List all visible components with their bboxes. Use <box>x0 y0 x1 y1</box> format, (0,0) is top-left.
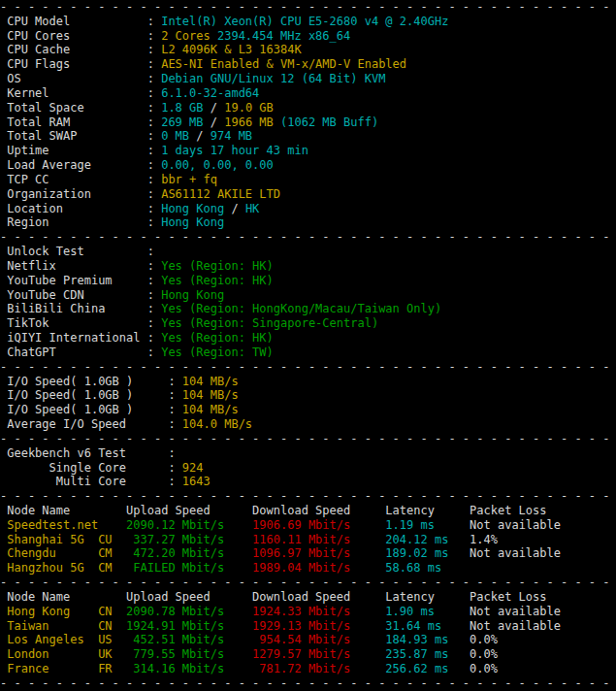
text-run: Shanghai 5G CU <box>0 533 113 546</box>
terminal-line: Hong Kong CN 2090.78 Mbit/s 1924.33 Mbit… <box>0 605 616 619</box>
text-run: / <box>231 202 244 215</box>
text-run: 1906.69 Mbit/s <box>224 518 350 532</box>
text-run: TikTok : <box>0 316 161 330</box>
terminal-line: Total Space : 1.8 GB / 19.0 GB <box>0 101 616 115</box>
terminal-line: - - - - - - - - - - - - - - - - - - - - … <box>0 360 616 375</box>
terminal-line: Total SWAP : 0 MB / 974 MB <box>0 129 616 144</box>
text-run: Hong Kong <box>161 202 231 215</box>
text-run: 1929.13 Mbit/s <box>224 619 350 633</box>
text-run: Hong Kong CN <box>0 605 113 618</box>
terminal-line: Los Angeles US 452.51 Mbit/s 954.54 Mbit… <box>0 633 616 647</box>
text-run: AS61112 AKILE LTD <box>161 187 280 201</box>
text-run: 104.0 MB/s <box>182 417 252 431</box>
terminal-line: YouTube CDN : Hong Kong <box>0 288 616 303</box>
terminal-line: CPU Flags : AES-NI Enabled & VM-x/AMD-V … <box>0 57 616 72</box>
terminal-line: TikTok : Yes (Region: Singapore-Central) <box>0 316 616 331</box>
text-run: 1160.11 Mbit/s <box>224 533 350 546</box>
text-run: 314.16 Mbit/s <box>113 662 225 675</box>
terminal-line: Netflix : Yes (Region: HK) <box>0 259 616 274</box>
terminal-line: Total RAM : 269 MB / 1966 MB (1062 MB Bu… <box>0 115 616 130</box>
text-run: / <box>196 129 210 143</box>
text-run: Node Name Upload Speed Download Speed La… <box>0 504 547 517</box>
text-run: Not available <box>448 546 561 560</box>
text-run: YouTube CDN : <box>0 288 161 302</box>
text-run: CPU Cache : <box>0 43 161 56</box>
text-run: 0.0% <box>448 633 498 646</box>
text-run: 472.20 Mbit/s <box>113 546 225 560</box>
text-run: Unlock Test : <box>0 245 161 258</box>
terminal-line: TCP CC : bbr + fq <box>0 173 616 187</box>
text-run: CPU Model : <box>0 15 161 28</box>
text-run: / <box>211 115 224 129</box>
text-run: Total Space : <box>0 101 161 115</box>
text-run: I/O Speed( 1.0GB ) : <box>0 375 182 388</box>
text-run: Hong Kong <box>161 215 224 229</box>
text-run: Speedtest.net <box>0 518 98 532</box>
terminal-window: - - - - - - - - - - - - - - - - - - - - … <box>0 0 616 691</box>
terminal-line: Unlock Test : <box>0 245 616 259</box>
text-run: 0 MB <box>161 129 196 143</box>
text-run: 974 MB <box>211 129 252 143</box>
text-run: 0.0% <box>448 662 498 675</box>
text-run: YouTube Premium : <box>0 274 161 287</box>
text-run: Hong Kong <box>161 288 224 302</box>
text-run: I/O Speed( 1.0GB ) : <box>0 403 182 416</box>
text-run: 104 MB/s <box>182 388 239 402</box>
terminal-line: Kernel : 6.1.0-32-amd64 <box>0 86 616 101</box>
text-run: 1.90 ms <box>350 605 435 618</box>
text-run: iQIYI International : <box>0 331 161 345</box>
terminal-line: I/O Speed( 1.0GB ) : 104 MB/s <box>0 403 616 417</box>
text-run: AES-NI Enabled & VM-x/AMD-V Enabled <box>161 57 406 71</box>
text-run: Not available <box>441 619 561 633</box>
text-run: Average I/O Speed : <box>0 417 182 431</box>
text-run: Hangzhou 5G CM <box>0 561 113 575</box>
text-run: FAILED Mbit/s <box>113 561 225 575</box>
terminal-line: Chengdu CM 472.20 Mbit/s 1096.97 Mbit/s … <box>0 546 616 561</box>
text-run: Yes (Region: HongKong/Macau/Taiwan Only) <box>161 302 441 315</box>
text-run: - - - - - - - - - - - - - - - - - - - - … <box>0 432 616 445</box>
text-run: 1989.04 Mbit/s <box>224 561 350 575</box>
terminal-line: Single Core : 924 <box>0 461 616 476</box>
terminal-line: Speedtest.net 2090.12 Mbit/s 1906.69 Mbi… <box>0 518 616 533</box>
text-run: CPU Cores : <box>0 29 161 43</box>
terminal-line: Geekbench v6 Test : <box>0 446 616 461</box>
text-run: 1924.91 Mbit/s <box>113 619 225 633</box>
terminal-line: - - - - - - - - - - - - - - - - - - - - … <box>0 230 616 245</box>
text-run: Region : <box>0 215 161 229</box>
text-run: OS : <box>0 72 161 85</box>
text-run: Geekbench v6 Test : <box>0 446 182 460</box>
text-run: Los Angeles US <box>0 633 113 646</box>
text-run: 1643 <box>182 475 211 488</box>
text-run: bbr + fq <box>161 173 217 186</box>
terminal-line: YouTube Premium : Yes (Region: HK) <box>0 274 616 288</box>
text-run: Total RAM : <box>0 115 161 129</box>
text-run: Yes (Region: HK) <box>161 259 274 273</box>
text-run: 2090.12 Mbit/s <box>98 518 224 532</box>
terminal-line: Organization : AS61112 AKILE LTD <box>0 187 616 202</box>
text-run: 924 <box>182 461 204 475</box>
text-run: 779.55 Mbit/s <box>113 647 225 661</box>
terminal-line: iQIYI International : Yes (Region: HK) <box>0 331 616 346</box>
text-run: 1.8 GB <box>161 101 211 115</box>
text-run: Yes (Region: Singapore-Central) <box>161 316 378 330</box>
text-run: Yes (Region: HK) <box>161 274 274 287</box>
text-run: 1.19 ms <box>350 518 435 532</box>
terminal-line: - - - - - - - - - - - - - - - - - - - - … <box>0 0 616 15</box>
text-run: Load Average : <box>0 158 161 172</box>
text-run: 0.0% <box>448 647 498 661</box>
terminal-line: Region : Hong Kong <box>0 215 616 230</box>
text-run: / <box>211 101 224 115</box>
text-run: 189.02 ms <box>350 546 448 560</box>
text-run: L2 4096K & L3 16384K <box>161 43 302 56</box>
text-run: 954.54 Mbit/s <box>224 633 350 646</box>
text-run: 31.64 ms <box>350 619 441 633</box>
text-run: Organization : <box>0 187 161 201</box>
text-run: - - - - - - - - - - - - - - - - - - - - … <box>0 0 616 14</box>
terminal-line: Average I/O Speed : 104.0 MB/s <box>0 417 616 432</box>
text-run: Location : <box>0 202 161 215</box>
text-run: London UK <box>0 647 113 661</box>
terminal-line: Multi Core : 1643 <box>0 475 616 489</box>
terminal-line: I/O Speed( 1.0GB ) : 104 MB/s <box>0 375 616 389</box>
text-run: - - - - - - - - - - - - - - - - - - - - … <box>0 230 616 244</box>
text-run: 1.4% <box>448 533 498 546</box>
